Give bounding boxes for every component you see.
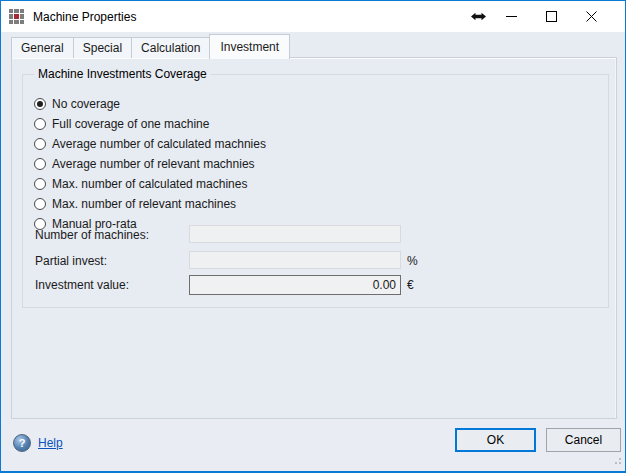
investment-tab-page: Machine Investments Coverage No coverage… xyxy=(11,57,617,419)
radio-button-icon xyxy=(34,178,46,190)
investment-value-input[interactable] xyxy=(189,275,401,295)
radio-button-icon xyxy=(34,118,46,130)
investment-value-label: Investment value: xyxy=(35,278,129,292)
group-title: Machine Investments Coverage xyxy=(34,67,211,81)
close-button[interactable] xyxy=(571,1,611,32)
tab-strip: General Special Calculation Investment xyxy=(11,33,289,58)
radio-label: Full coverage of one machine xyxy=(52,117,209,131)
machine-investments-coverage-group: Machine Investments Coverage No coverage… xyxy=(22,74,609,308)
maximize-button[interactable] xyxy=(531,1,571,32)
percent-suffix: % xyxy=(407,254,418,268)
horizontal-resize-icon[interactable] xyxy=(465,1,491,32)
tab-label: Calculation xyxy=(141,41,200,55)
partial-invest-label: Partial invest: xyxy=(35,254,107,268)
machine-properties-dialog: Machine Properties General Special Calcu… xyxy=(0,0,626,473)
tab-special[interactable]: Special xyxy=(73,37,132,58)
radio-label: Average number of relevant machnies xyxy=(52,157,255,171)
help-link[interactable]: Help xyxy=(38,436,63,450)
radio-max-relevant[interactable]: Max. number of relevant machines xyxy=(34,194,266,214)
tab-investment[interactable]: Investment xyxy=(209,34,290,59)
ok-button[interactable]: OK xyxy=(455,428,536,452)
euro-suffix: € xyxy=(407,278,414,292)
caption-buttons xyxy=(465,1,625,32)
radio-max-calculated[interactable]: Max. number of calculated machines xyxy=(34,174,266,194)
coverage-options: No coverage Full coverage of one machine… xyxy=(34,94,266,234)
tab-label: General xyxy=(21,41,64,55)
radio-label: Max. number of relevant machines xyxy=(52,197,236,211)
radio-full-coverage[interactable]: Full coverage of one machine xyxy=(34,114,266,134)
radio-button-icon xyxy=(34,198,46,210)
radio-no-coverage[interactable]: No coverage xyxy=(34,94,266,114)
radio-label: Max. number of calculated machines xyxy=(52,177,247,191)
tab-general[interactable]: General xyxy=(11,37,74,58)
app-logo-icon xyxy=(9,9,24,24)
tab-calculation[interactable]: Calculation xyxy=(131,37,210,58)
radio-average-calculated[interactable]: Average number of calculated machnies xyxy=(34,134,266,154)
help-question-icon: ? xyxy=(13,434,31,452)
partial-invest-input xyxy=(189,251,401,269)
radio-label: Average number of calculated machnies xyxy=(52,137,266,151)
resize-grip-icon[interactable] xyxy=(612,454,622,468)
window-title: Machine Properties xyxy=(33,10,136,24)
tab-label: Investment xyxy=(220,40,279,54)
cancel-button[interactable]: Cancel xyxy=(546,428,621,452)
minimize-button[interactable] xyxy=(491,1,531,32)
radio-button-icon xyxy=(34,158,46,170)
number-of-machines-input xyxy=(189,225,401,243)
dialog-footer: ? Help OK Cancel xyxy=(1,419,625,471)
radio-average-relevant[interactable]: Average number of relevant machnies xyxy=(34,154,266,174)
tab-label: Special xyxy=(83,41,122,55)
help-link-area[interactable]: ? Help xyxy=(13,434,63,452)
number-of-machines-label: Number of machines: xyxy=(35,228,149,242)
radio-button-icon xyxy=(34,138,46,150)
titlebar[interactable]: Machine Properties xyxy=(1,1,625,32)
radio-button-icon xyxy=(34,98,46,110)
radio-label: No coverage xyxy=(52,97,120,111)
